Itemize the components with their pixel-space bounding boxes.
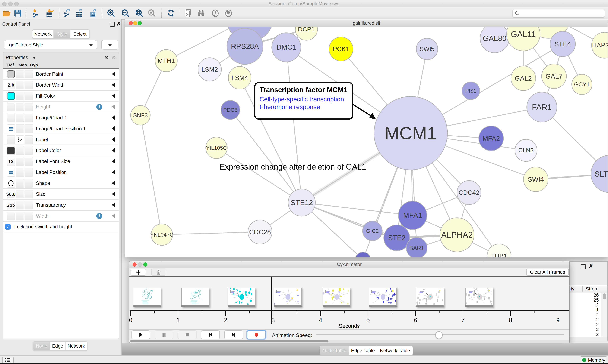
float-panel-icon[interactable] bbox=[110, 22, 115, 27]
property-byp-cell[interactable] bbox=[25, 81, 33, 89]
lock-checkbox[interactable]: ✓ bbox=[5, 224, 11, 230]
scrollbar-thumb[interactable] bbox=[603, 293, 606, 299]
property-def-cell[interactable] bbox=[7, 124, 15, 133]
save-session-icon[interactable] bbox=[13, 8, 23, 18]
property-byp-cell[interactable] bbox=[25, 146, 33, 155]
stop-button[interactable] bbox=[178, 330, 197, 339]
property-def-cell[interactable] bbox=[7, 135, 15, 144]
property-row[interactable]: Label bbox=[3, 134, 119, 145]
property-map-cell[interactable] bbox=[16, 168, 24, 177]
property-row[interactable]: Fill Color bbox=[3, 91, 119, 102]
property-byp-cell[interactable] bbox=[25, 190, 33, 198]
property-row[interactable]: 255Transparency bbox=[3, 200, 119, 211]
property-map-cell[interactable] bbox=[16, 135, 24, 144]
collapse-arrow-icon[interactable] bbox=[112, 192, 115, 196]
property-def-cell[interactable]: 50.0 bbox=[7, 190, 15, 198]
property-row[interactable]: 12Label Font Size bbox=[3, 156, 119, 167]
play-button[interactable] bbox=[131, 330, 150, 339]
collapse-arrow-icon[interactable] bbox=[112, 72, 115, 76]
property-map-cell[interactable] bbox=[16, 92, 24, 100]
duplicate-network-icon[interactable] bbox=[183, 8, 193, 18]
collapse-arrow-icon[interactable] bbox=[112, 104, 115, 109]
property-def-cell[interactable]: 2.0 bbox=[7, 81, 15, 89]
property-map-cell[interactable] bbox=[16, 201, 24, 209]
annotation-box[interactable]: Transcription factor MCM1 Cell-type-spec… bbox=[254, 82, 353, 119]
property-byp-cell[interactable] bbox=[25, 114, 33, 122]
property-map-cell[interactable] bbox=[16, 114, 24, 122]
property-byp-cell[interactable] bbox=[25, 168, 33, 177]
frame-thumbnail[interactable] bbox=[322, 288, 350, 307]
frame-thumbnail[interactable] bbox=[228, 288, 255, 307]
tab-node-table[interactable]: Node Table bbox=[320, 346, 349, 355]
tab-style[interactable]: Style bbox=[54, 30, 70, 38]
record-button[interactable] bbox=[247, 330, 266, 339]
tab-edge[interactable]: Edge bbox=[50, 341, 66, 351]
timeline-scrollbar[interactable] bbox=[130, 340, 569, 343]
add-frame-button[interactable] bbox=[131, 269, 146, 276]
close-panel-icon[interactable]: ✗ bbox=[117, 21, 121, 26]
color-swatch[interactable] bbox=[7, 147, 15, 154]
speed-slider-thumb[interactable] bbox=[435, 331, 442, 339]
property-row[interactable]: Label Color bbox=[3, 145, 119, 156]
search-network-icon[interactable] bbox=[196, 8, 206, 18]
tab-select[interactable]: Select bbox=[70, 30, 89, 38]
property-row[interactable]: Shape bbox=[3, 178, 119, 189]
property-def-cell[interactable] bbox=[7, 92, 15, 100]
delete-frame-button[interactable] bbox=[151, 269, 166, 276]
collapse-all-icon[interactable] bbox=[111, 55, 117, 60]
edge[interactable] bbox=[162, 232, 260, 235]
annotation-link[interactable]: Pheromone response bbox=[260, 103, 348, 111]
property-def-cell[interactable] bbox=[7, 212, 15, 220]
property-byp-cell[interactable] bbox=[25, 212, 33, 220]
node-partial[interactable] bbox=[355, 252, 371, 257]
property-row[interactable]: Image/Chart Position 1 bbox=[3, 123, 119, 134]
tab-network[interactable]: Network bbox=[32, 30, 54, 38]
table-column-stress[interactable]: Stres bbox=[586, 286, 597, 292]
skip-to-start-button[interactable] bbox=[201, 330, 220, 339]
property-byp-cell[interactable] bbox=[25, 135, 33, 144]
property-map-cell[interactable] bbox=[16, 70, 24, 78]
refresh-layout-icon[interactable] bbox=[166, 8, 176, 18]
frame-thumbnail[interactable] bbox=[274, 288, 302, 307]
tab-edge-table[interactable]: Edge Table bbox=[349, 346, 377, 355]
hide-glasses-icon[interactable] bbox=[210, 8, 221, 18]
export-table-icon[interactable] bbox=[74, 8, 84, 18]
skip-to-end-button[interactable] bbox=[224, 330, 243, 339]
edge[interactable] bbox=[140, 115, 162, 235]
property-map-cell[interactable] bbox=[16, 190, 24, 198]
property-map-cell[interactable] bbox=[16, 179, 24, 188]
property-row[interactable]: Widthi bbox=[3, 211, 119, 221]
frame-thumbnail[interactable] bbox=[465, 288, 493, 307]
property-byp-cell[interactable] bbox=[25, 92, 33, 100]
search-input[interactable] bbox=[522, 10, 601, 16]
float-panel-icon[interactable] bbox=[581, 264, 585, 269]
frame-thumbnail[interactable] bbox=[133, 288, 161, 307]
collapse-arrow-icon[interactable] bbox=[112, 203, 115, 207]
property-row[interactable]: Heighti bbox=[3, 102, 119, 112]
collapse-arrow-icon[interactable] bbox=[112, 126, 115, 131]
property-map-cell[interactable] bbox=[16, 146, 24, 155]
frame-thumbnail[interactable] bbox=[416, 288, 444, 307]
property-map-cell[interactable] bbox=[16, 81, 24, 89]
property-byp-cell[interactable] bbox=[25, 124, 33, 133]
show-eye-icon[interactable] bbox=[223, 8, 234, 18]
property-map-cell[interactable] bbox=[16, 212, 24, 220]
info-icon[interactable]: i bbox=[96, 213, 102, 219]
network-canvas[interactable]: RPS28ADMC1DCP1PCK1SWI5GAL80GAL11STE4HAP2… bbox=[125, 27, 608, 257]
property-byp-cell[interactable] bbox=[25, 70, 33, 78]
collapse-arrow-icon[interactable] bbox=[112, 83, 115, 87]
color-swatch[interactable] bbox=[7, 92, 15, 100]
collapse-arrow-icon[interactable] bbox=[112, 137, 115, 142]
pause-button[interactable] bbox=[155, 330, 173, 339]
collapse-arrow-icon[interactable] bbox=[112, 115, 115, 120]
frame-thumbnail[interactable] bbox=[181, 288, 209, 307]
property-def-cell[interactable] bbox=[7, 179, 15, 188]
export-network-icon[interactable] bbox=[62, 8, 72, 18]
zoom-out-icon[interactable] bbox=[120, 8, 130, 18]
property-def-cell[interactable]: 255 bbox=[7, 201, 15, 209]
property-byp-cell[interactable] bbox=[25, 179, 33, 188]
property-def-cell[interactable] bbox=[7, 168, 15, 177]
collapse-arrow-icon[interactable] bbox=[112, 93, 115, 98]
collapse-arrow-icon[interactable] bbox=[112, 181, 115, 185]
scrollbar-thumb[interactable] bbox=[130, 340, 328, 342]
